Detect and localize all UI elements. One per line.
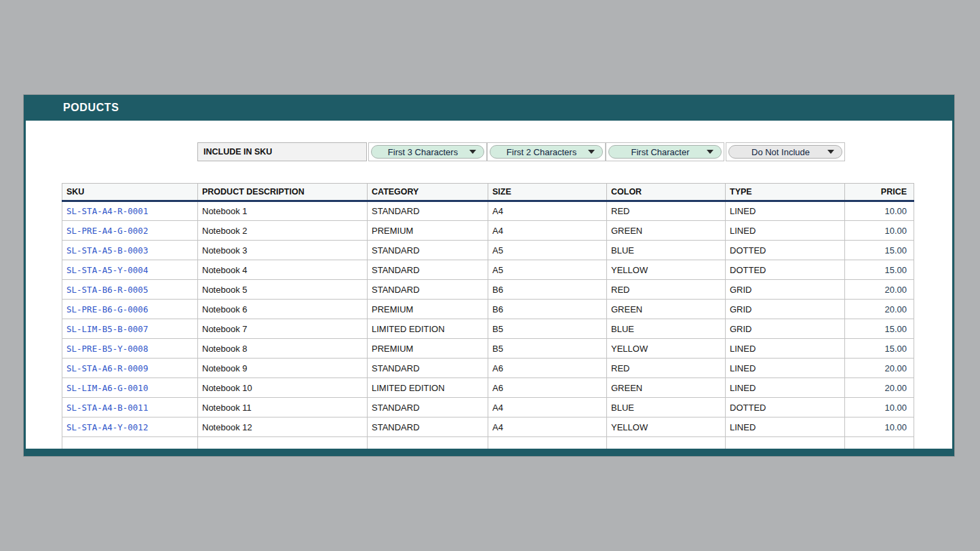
price-cell: 10.00 <box>845 417 914 437</box>
chevron-down-icon <box>827 150 834 154</box>
size-cell: A5 <box>488 260 607 280</box>
category-cell: STANDARD <box>368 201 488 221</box>
sku-cell[interactable]: SL-LIM-B5-B-0007 <box>62 319 198 339</box>
window-titlebar: PODUCTS <box>24 95 954 121</box>
table-row: SL-LIM-B5-B-0007Notebook 7LIMITED EDITIO… <box>62 319 914 339</box>
dropdown-label: Do Not Include <box>751 147 819 157</box>
type-cell: LINED <box>726 417 845 437</box>
type-cell: LINED <box>726 378 845 398</box>
color-cell: GREEN <box>607 300 726 319</box>
table-row: SL-STA-A4-Y-0012Notebook 12STANDARDA4YEL… <box>62 417 914 437</box>
sku-cell[interactable]: SL-STA-A5-Y-0004 <box>62 260 198 280</box>
price-cell: 15.00 <box>845 260 914 280</box>
column-header-sku: SKU <box>62 184 198 201</box>
category-cell: PREMIUM <box>368 300 488 319</box>
price-cell: 20.00 <box>845 359 914 378</box>
description-cell: Notebook 4 <box>198 260 368 280</box>
category-cell: STANDARD <box>368 359 488 378</box>
category-cell: STANDARD <box>368 241 488 260</box>
column-header-description: PRODUCT DESCRIPTION <box>198 184 368 201</box>
description-cell: Notebook 5 <box>198 280 368 300</box>
table-row: SL-STA-A5-B-0003Notebook 3STANDARDA5BLUE… <box>62 241 914 260</box>
type-cell: GRID <box>726 280 845 300</box>
description-cell: Notebook 10 <box>198 378 368 398</box>
sku-cell[interactable]: SL-STA-A4-Y-0012 <box>62 417 198 437</box>
description-cell: Notebook 7 <box>198 319 368 339</box>
color-cell: BLUE <box>607 398 726 417</box>
sku-cell[interactable]: SL-STA-B6-R-0005 <box>62 280 198 300</box>
size-cell: B5 <box>488 339 607 359</box>
dropdown-do-not-include[interactable]: Do Not Include <box>728 145 842 159</box>
column-header-category: CATEGORY <box>368 184 488 201</box>
size-cell <box>488 437 607 449</box>
dropdown-label: First 3 Characters <box>388 147 467 157</box>
size-cell: A5 <box>488 241 607 260</box>
category-cell: STANDARD <box>368 417 488 437</box>
table-row: SL-STA-A4-R-0001Notebook 1STANDARDA4REDL… <box>62 201 914 221</box>
price-cell: 10.00 <box>845 398 914 417</box>
type-cell: GRID <box>726 300 845 319</box>
sku-cell[interactable]: SL-PRE-B6-G-0006 <box>62 300 198 319</box>
table-row: SL-PRE-A4-G-0002Notebook 2PREMIUMA4GREEN… <box>62 221 914 241</box>
size-cell: A4 <box>488 221 607 241</box>
type-cell: DOTTED <box>726 241 845 260</box>
description-cell: Notebook 2 <box>198 221 368 241</box>
color-cell: RED <box>607 359 726 378</box>
sku-cell[interactable]: SL-STA-A4-R-0001 <box>62 201 198 221</box>
color-cell: YELLOW <box>607 260 726 280</box>
color-cell: RED <box>607 201 726 221</box>
description-cell: Notebook 11 <box>198 398 368 417</box>
table-row: SL-PRE-B5-Y-0008Notebook 8PREMIUMB5YELLO… <box>62 339 914 359</box>
table-row-partial <box>62 437 914 449</box>
category-cell <box>368 437 488 449</box>
description-cell: Notebook 3 <box>198 241 368 260</box>
column-header-size: SIZE <box>488 184 607 201</box>
table-row: SL-STA-A6-R-0009Notebook 9STANDARDA6REDL… <box>62 359 914 378</box>
price-cell: 15.00 <box>845 241 914 260</box>
sku-cell[interactable]: SL-STA-A6-R-0009 <box>62 359 198 378</box>
size-cell: A6 <box>488 378 607 398</box>
color-cell: GREEN <box>607 221 726 241</box>
dropdown-cell-1: First 3 Characters <box>368 142 487 161</box>
window-content: INCLUDE IN SKU First 3 Characters First … <box>26 121 952 449</box>
dropdown-cell-3: First Character <box>606 142 724 161</box>
category-cell: LIMITED EDITION <box>368 319 488 339</box>
sku-controls-row: INCLUDE IN SKU First 3 Characters First … <box>197 142 845 161</box>
type-cell: LINED <box>726 359 845 378</box>
column-header-color: COLOR <box>607 184 726 201</box>
description-cell: Notebook 9 <box>198 359 368 378</box>
table-row: SL-STA-A5-Y-0004Notebook 4STANDARDA5YELL… <box>62 260 914 280</box>
table-header: SKUPRODUCT DESCRIPTIONCATEGORYSIZECOLORT… <box>62 184 914 201</box>
dropdown-label: First 2 Characters <box>507 147 586 157</box>
sku-cell[interactable]: SL-PRE-B5-Y-0008 <box>62 339 198 359</box>
header-row: SKUPRODUCT DESCRIPTIONCATEGORYSIZECOLORT… <box>62 184 914 201</box>
dropdown-first-3-characters[interactable]: First 3 Characters <box>371 145 484 159</box>
price-cell: 15.00 <box>845 339 914 359</box>
size-cell: A6 <box>488 359 607 378</box>
price-cell <box>845 437 914 449</box>
table-body: SL-STA-A4-R-0001Notebook 1STANDARDA4REDL… <box>62 201 914 449</box>
sku-cell[interactable]: SL-LIM-A6-G-0010 <box>62 378 198 398</box>
dropdown-first-character[interactable]: First Character <box>608 145 722 159</box>
table-row: SL-LIM-A6-G-0010Notebook 10LIMITED EDITI… <box>62 378 914 398</box>
color-cell: GREEN <box>607 378 726 398</box>
type-cell <box>726 437 845 449</box>
category-cell: PREMIUM <box>368 339 488 359</box>
dropdown-first-2-characters[interactable]: First 2 Characters <box>490 145 603 159</box>
sku-cell[interactable]: SL-STA-A5-B-0003 <box>62 241 198 260</box>
size-cell: B5 <box>488 319 607 339</box>
table-row: SL-PRE-B6-G-0006Notebook 6PREMIUMB6GREEN… <box>62 300 914 319</box>
price-cell: 20.00 <box>845 300 914 319</box>
dropdown-label: First Character <box>631 147 699 157</box>
size-cell: B6 <box>488 280 607 300</box>
column-header-price: PRICE <box>845 184 914 201</box>
sku-cell[interactable]: SL-PRE-A4-G-0002 <box>62 221 198 241</box>
color-cell: RED <box>607 280 726 300</box>
description-cell <box>198 437 368 449</box>
type-cell: GRID <box>726 319 845 339</box>
include-in-sku-label: INCLUDE IN SKU <box>197 142 367 161</box>
description-cell: Notebook 1 <box>198 201 368 221</box>
price-cell: 15.00 <box>845 319 914 339</box>
products-window: PODUCTS INCLUDE IN SKU First 3 Character… <box>24 95 954 456</box>
sku-cell[interactable]: SL-STA-A4-B-0011 <box>62 398 198 417</box>
